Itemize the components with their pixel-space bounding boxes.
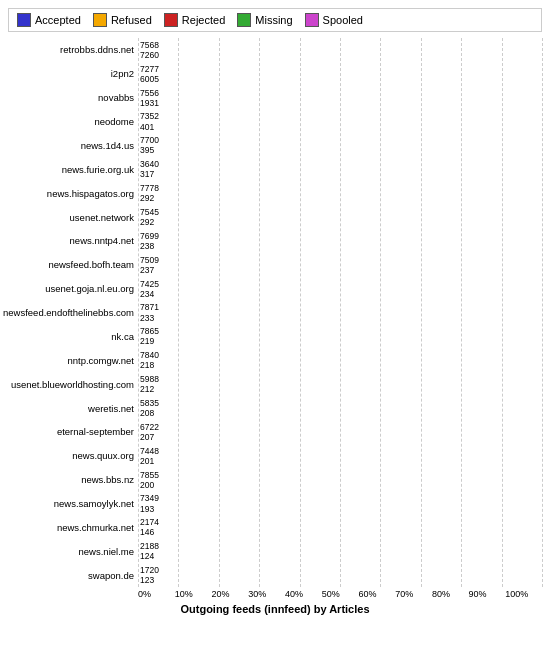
x-axis: 0%10%20%30%40%50%60%70%80%90%100% (138, 589, 542, 599)
x-tick: 30% (248, 589, 285, 599)
y-label: retrobbs.ddns.net (8, 38, 134, 62)
bar-row: 7352401 (138, 110, 542, 134)
bar-value-label: 7699238 (140, 231, 159, 251)
legend-swatch (93, 13, 107, 27)
x-tick: 60% (358, 589, 395, 599)
bar-row: 7509237 (138, 253, 542, 277)
bar-row: 7865219 (138, 325, 542, 349)
y-label: usenet.goja.nl.eu.org (8, 277, 134, 301)
chart-body: retrobbs.ddns.neti2pn2novabbsneodomenews… (8, 38, 542, 615)
legend-swatch (305, 13, 319, 27)
x-tick: 100% (505, 589, 542, 599)
x-tick: 70% (395, 589, 432, 599)
legend-item-missing: Missing (237, 13, 292, 27)
y-label: swapon.de (8, 563, 134, 587)
bar-value-label: 5835208 (140, 398, 159, 418)
y-label: neodome (8, 110, 134, 134)
y-label: usenet.network (8, 205, 134, 229)
bar-row: 7871233 (138, 301, 542, 325)
y-label: news.niel.me (8, 539, 134, 563)
bar-value-label: 7349193 (140, 493, 159, 513)
y-label: nntp.comgw.net (8, 348, 134, 372)
bar-value-label: 7425234 (140, 279, 159, 299)
legend: AcceptedRefusedRejectedMissingSpooled (8, 8, 542, 32)
bar-value-label: 7352401 (140, 111, 159, 131)
bar-row: 7448201 (138, 444, 542, 468)
legend-swatch (17, 13, 31, 27)
gridline (542, 38, 543, 587)
y-label: news.bbs.nz (8, 468, 134, 492)
bar-row: 5988212 (138, 372, 542, 396)
bar-row: 7855200 (138, 468, 542, 492)
bar-row: 7840218 (138, 348, 542, 372)
bar-row: 7778292 (138, 181, 542, 205)
bar-value-label: 7545292 (140, 207, 159, 227)
bar-row: 2174146 (138, 516, 542, 540)
bar-row: 5835208 (138, 396, 542, 420)
bar-row: 3640317 (138, 157, 542, 181)
bar-row: 75687260 (138, 38, 542, 62)
y-label: usenet.blueworldhosting.com (8, 372, 134, 396)
bar-value-label: 7778292 (140, 183, 159, 203)
y-label: news.furie.org.uk (8, 157, 134, 181)
x-tick: 0% (138, 589, 175, 599)
bar-row: 7700395 (138, 134, 542, 158)
bar-value-label: 2188124 (140, 541, 159, 561)
bar-value-label: 3640317 (140, 159, 159, 179)
bar-row: 2188124 (138, 539, 542, 563)
bar-value-label: 7871233 (140, 302, 159, 322)
legend-label: Spooled (323, 14, 363, 26)
y-label: newsfeed.endofthelinebbs.com (8, 301, 134, 325)
y-label: newsfeed.bofh.team (8, 253, 134, 277)
bar-row: 7545292 (138, 205, 542, 229)
y-label: eternal-september (8, 420, 134, 444)
legend-label: Missing (255, 14, 292, 26)
legend-swatch (237, 13, 251, 27)
bar-value-label: 7865219 (140, 326, 159, 346)
x-tick: 80% (432, 589, 469, 599)
chart-container: AcceptedRefusedRejectedMissingSpooled re… (0, 0, 550, 655)
bar-row: 7425234 (138, 277, 542, 301)
bar-row: 1720123 (138, 563, 542, 587)
y-label: news.quux.org (8, 444, 134, 468)
y-label: news.samoylyk.net (8, 492, 134, 516)
legend-swatch (164, 13, 178, 27)
bar-value-label: 75561931 (140, 88, 159, 108)
legend-item-spooled: Spooled (305, 13, 363, 27)
legend-label: Rejected (182, 14, 225, 26)
bar-value-label: 1720123 (140, 565, 159, 585)
legend-label: Refused (111, 14, 152, 26)
y-label: i2pn2 (8, 62, 134, 86)
legend-item-refused: Refused (93, 13, 152, 27)
y-label: news.nntp4.net (8, 229, 134, 253)
bar-value-label: 7448201 (140, 446, 159, 466)
y-label: novabbs (8, 86, 134, 110)
bar-value-label: 6722207 (140, 422, 159, 442)
bar-value-label: 7840218 (140, 350, 159, 370)
x-tick: 90% (469, 589, 506, 599)
bar-value-label: 75687260 (140, 40, 159, 60)
bar-row: 6722207 (138, 420, 542, 444)
x-tick: 20% (211, 589, 248, 599)
y-label: news.chmurka.net (8, 516, 134, 540)
bar-row: 7349193 (138, 492, 542, 516)
bar-row: 75561931 (138, 86, 542, 110)
bars-area: retrobbs.ddns.neti2pn2novabbsneodomenews… (8, 38, 542, 587)
x-tick: 40% (285, 589, 322, 599)
y-label: nk.ca (8, 325, 134, 349)
legend-label: Accepted (35, 14, 81, 26)
y-label: news.1d4.us (8, 134, 134, 158)
bar-value-label: 72776005 (140, 64, 159, 84)
x-axis-title: Outgoing feeds (innfeed) by Articles (8, 603, 542, 615)
bar-value-label: 2174146 (140, 517, 159, 537)
bar-value-label: 7700395 (140, 135, 159, 155)
bar-value-label: 7855200 (140, 470, 159, 490)
bar-row: 7699238 (138, 229, 542, 253)
legend-item-rejected: Rejected (164, 13, 225, 27)
bar-value-label: 7509237 (140, 255, 159, 275)
y-labels: retrobbs.ddns.neti2pn2novabbsneodomenews… (8, 38, 138, 587)
bars-wrapper: 7568726072776005755619317352401770039536… (138, 38, 542, 587)
y-label: news.hispagatos.org (8, 181, 134, 205)
bar-row: 72776005 (138, 62, 542, 86)
y-label: weretis.net (8, 396, 134, 420)
